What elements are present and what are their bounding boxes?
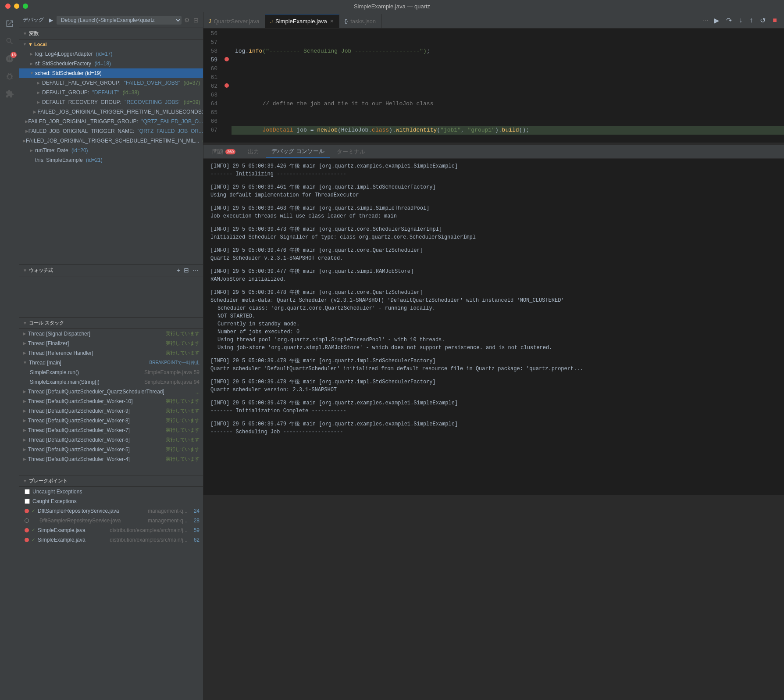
thread-worker-7[interactable]: ▶ Thread [DefaultQuartzScheduler_Worker-… bbox=[19, 425, 203, 435]
bp-check-3: ✓ bbox=[32, 528, 35, 532]
thread-worker-5[interactable]: ▶ Thread [DefaultQuartzScheduler_Worker-… bbox=[19, 445, 203, 454]
bp-line-1: 24 bbox=[194, 508, 200, 514]
watch-chevron[interactable]: ▼ bbox=[23, 268, 27, 273]
activity-debug[interactable] bbox=[2, 68, 18, 84]
watch-collapse-button[interactable]: ⊟ bbox=[183, 266, 190, 275]
bp-location-3: distribution/examples/src/main/j... bbox=[110, 527, 187, 533]
bp-dflt-1[interactable]: ✓ DfltSamplerRepositoryService.java mana… bbox=[19, 506, 203, 516]
window-controls[interactable] bbox=[5, 4, 28, 9]
breakpoints-header[interactable]: ▼ ブレークポイント bbox=[19, 475, 203, 487]
tab-quartzserver[interactable]: J QuartzServer.java bbox=[203, 14, 265, 28]
log-block-10: [INFO] 29 5 05:00:39.478 午後 main [org.qu… bbox=[210, 399, 777, 415]
var-default-group[interactable]: ▶ DEFAULT_GROUP: "DEFAULT" (id=38) bbox=[19, 88, 203, 97]
watch-content bbox=[19, 276, 203, 317]
activity-git[interactable]: 13 bbox=[2, 51, 18, 67]
log-block-3: [INFO] 29 5 05:00:39.463 午後 main [org.qu… bbox=[210, 204, 777, 220]
thread-worker-8[interactable]: ▶ Thread [DefaultQuartzScheduler_Worker-… bbox=[19, 416, 203, 425]
thread-finalizer[interactable]: ▶ Thread [Finalizer] 実行しています bbox=[19, 339, 203, 348]
tab-tasks[interactable]: {} tasks.json bbox=[339, 14, 381, 28]
code-line-58: // define the job and tie it to our Hell… bbox=[232, 100, 784, 108]
console-tab-problems[interactable]: 問題 260 bbox=[207, 146, 241, 158]
code-content: log.info("--------- Scheduling Job -----… bbox=[232, 29, 784, 143]
console-tab-debug[interactable]: デバッグ コンソール bbox=[266, 146, 330, 158]
bp-line-2: 28 bbox=[194, 518, 200, 524]
minimize-button[interactable] bbox=[14, 4, 19, 9]
var-this[interactable]: this: SimpleExample (id=21) bbox=[19, 155, 203, 165]
bp-simple-2[interactable]: ✓ SimpleExample.java distribution/exampl… bbox=[19, 535, 203, 545]
watch-section: ▼ ウォッチ式 + ⊟ ⋯ bbox=[19, 264, 203, 317]
watch-label: ウォッチ式 bbox=[29, 267, 53, 274]
breakpoint-marker-62[interactable] bbox=[225, 81, 232, 90]
debug-settings-button[interactable]: ⚙ bbox=[183, 16, 191, 25]
debug-toolbar[interactable]: デバッグ ▶ Debug (Launch)-SimpleExample<quar… bbox=[19, 12, 203, 28]
debug-stepout-button[interactable]: ↑ bbox=[748, 15, 755, 25]
caught-exceptions-item[interactable]: Caught Exceptions bbox=[19, 496, 203, 506]
thread-worker-9[interactable]: ▶ Thread [DefaultQuartzScheduler_Worker-… bbox=[19, 406, 203, 416]
thread-reference-handler[interactable]: ▶ Thread [Reference Handler] 実行しています bbox=[19, 348, 203, 358]
thread-quartz-scheduler-thread[interactable]: ▶ Thread [DefaultQuartzScheduler_QuartzS… bbox=[19, 387, 203, 396]
code-lines: 56 57 58 59 60 61 62 63 64 65 66 67 bbox=[203, 29, 784, 143]
code-editor: 56 57 58 59 60 61 62 63 64 65 66 67 bbox=[203, 29, 784, 143]
activity-extensions[interactable] bbox=[2, 86, 18, 102]
uncaught-exceptions-item[interactable]: Uncaught Exceptions bbox=[19, 487, 203, 496]
variables-section-header[interactable]: ▼ 変数 bbox=[19, 28, 203, 39]
window-title: SimpleExample.java — quartz bbox=[354, 3, 430, 10]
bp-dflt-2[interactable]: DfltSamplerRepositoryService.java manage… bbox=[19, 516, 203, 525]
stack-frame-run[interactable]: SimpleExample.run() SimpleExample.java 5… bbox=[19, 368, 203, 377]
callstack-header[interactable]: ▼ コール スタック bbox=[19, 318, 203, 329]
var-trigger-name[interactable]: ▶ FAILED_JOB_ORIGINAL_TRIGGER_NAME: "QRT… bbox=[19, 126, 203, 136]
debug-stepover-button[interactable]: ↷ bbox=[724, 15, 734, 25]
debug-play-button[interactable]: ▶ bbox=[47, 16, 55, 24]
console-tab-output[interactable]: 出力 bbox=[242, 146, 264, 158]
tab-simpleexample[interactable]: J SimpleExample.java ✕ bbox=[265, 14, 339, 28]
debug-stepinto-button[interactable]: ↓ bbox=[737, 15, 744, 25]
thread-worker-4[interactable]: ▶ Thread [DefaultQuartzScheduler_Worker-… bbox=[19, 454, 203, 464]
debug-continue-button[interactable]: ▶ bbox=[712, 15, 721, 25]
debug-config-select[interactable]: Debug (Launch)-SimpleExample<quartz bbox=[57, 16, 182, 25]
var-recovery-group[interactable]: ▶ DEFAULT_RECOVERY_GROUP: "RECOVERING_JO… bbox=[19, 97, 203, 107]
stack-frame-main[interactable]: SimpleExample.main(String[]) SimpleExamp… bbox=[19, 377, 203, 387]
tab-close-simpleexample[interactable]: ✕ bbox=[330, 18, 334, 24]
var-trigger-group[interactable]: ▶ FAILED_JOB_ORIGINAL_TRIGGER_GROUP: "QR… bbox=[19, 117, 203, 126]
close-button[interactable] bbox=[5, 4, 11, 9]
var-runtime[interactable]: ▶ runTime: Date (id=20) bbox=[19, 146, 203, 155]
debug-stop-button[interactable]: ■ bbox=[771, 15, 779, 25]
bp-file-4: SimpleExample.java bbox=[38, 537, 86, 543]
left-panel: デバッグ ▶ Debug (Launch)-SimpleExample<quar… bbox=[19, 12, 203, 700]
var-fail-over[interactable]: ▶ DEFAULT_FAIL_OVER_GROUP: "FAILED_OVER_… bbox=[19, 78, 203, 88]
var-scheduled-firetime[interactable]: ▶ FAILED_JOB_ORIGINAL_TRIGGER_SCHEDULED_… bbox=[19, 136, 203, 146]
console-tab-terminal[interactable]: ターミナル bbox=[331, 146, 371, 158]
bp-simple-1[interactable]: ✓ SimpleExample.java distribution/exampl… bbox=[19, 525, 203, 535]
console-panel: 問題 260 出力 デバッグ コンソール ターミナル [INFO] bbox=[203, 144, 784, 495]
watch-add-button[interactable]: + bbox=[176, 266, 181, 275]
activity-search[interactable] bbox=[2, 33, 18, 49]
watch-more-button[interactable]: ⋯ bbox=[192, 266, 200, 275]
thread-main[interactable]: ▼ Thread [main] BREAKPOINTで一時停止 SimpleEx… bbox=[19, 358, 203, 387]
var-sched[interactable]: ▼ sched: StdScheduler (id=19) bbox=[19, 68, 203, 78]
breakpoints-section: ▼ ブレークポイント Uncaught Exceptions Caught Ex… bbox=[19, 475, 203, 700]
var-log[interactable]: ▶ log: Log4jLoggerAdapter (id=17) bbox=[19, 49, 203, 59]
breakpoints-label: ブレークポイント bbox=[29, 478, 68, 484]
code-line-57 bbox=[232, 73, 784, 82]
code-line-56: log.info("--------- Scheduling Job -----… bbox=[232, 47, 784, 56]
activity-explorer[interactable] bbox=[2, 16, 18, 32]
variables-chevron: ▼ bbox=[23, 31, 27, 36]
caught-checkbox[interactable] bbox=[25, 499, 30, 504]
var-sf[interactable]: ▶ sf: StdSchedulerFactory (id=18) bbox=[19, 59, 203, 68]
breakpoint-marker-59[interactable] bbox=[225, 55, 232, 64]
thread-worker-6[interactable]: ▶ Thread [DefaultQuartzScheduler_Worker-… bbox=[19, 435, 203, 445]
maximize-button[interactable] bbox=[23, 4, 28, 9]
thread-worker-10[interactable]: ▶ Thread [DefaultQuartzScheduler_Worker-… bbox=[19, 396, 203, 406]
callstack-section: ▼ コール スタック ▶ Thread [Signal Dispatcher] … bbox=[19, 317, 203, 475]
callstack-label: コール スタック bbox=[29, 320, 64, 326]
var-firetime-ms[interactable]: ▶ FAILED_JOB_ORIGINAL_TRIGGER_FIRETIME_I… bbox=[19, 107, 203, 117]
local-group[interactable]: ▼ ▼ Local bbox=[19, 39, 203, 49]
debug-view-button[interactable]: ⊟ bbox=[192, 16, 200, 25]
bp-dot-2 bbox=[25, 518, 29, 523]
debug-restart-button[interactable]: ↺ bbox=[758, 15, 767, 25]
callstack-content: ▶ Thread [Signal Dispatcher] 実行しています ▶ T… bbox=[19, 329, 203, 475]
editor-and-console: 56 57 58 59 60 61 62 63 64 65 66 67 bbox=[203, 29, 784, 700]
debug-label: デバッグ bbox=[23, 16, 44, 24]
uncaught-checkbox[interactable] bbox=[25, 489, 30, 494]
thread-signal-dispatcher[interactable]: ▶ Thread [Signal Dispatcher] 実行しています bbox=[19, 329, 203, 339]
